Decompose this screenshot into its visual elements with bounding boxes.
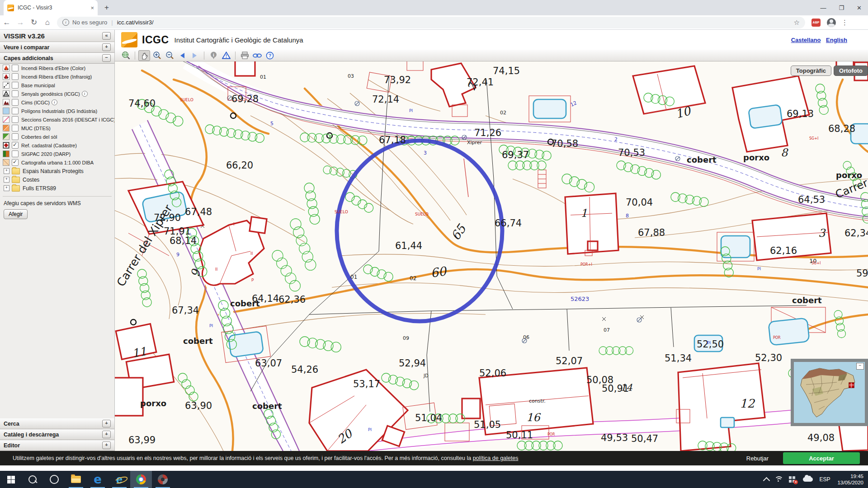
section-toggle-button[interactable]: + (102, 43, 111, 51)
start-button[interactable] (0, 471, 22, 488)
sidebar-section-cat-leg-i-desc-rrega[interactable]: Catàleg i descàrrega+ (0, 429, 114, 440)
language-indicator[interactable]: ESP (819, 476, 830, 483)
map-label: 07 (604, 327, 610, 333)
warning-button[interactable]: ! (220, 50, 232, 61)
taskbar-search-button[interactable] (22, 471, 43, 488)
layer-checkbox[interactable] (12, 150, 19, 157)
cookie-reject-button[interactable]: Rebutjar (744, 455, 771, 462)
profile-avatar[interactable] (827, 18, 836, 27)
cortana-button[interactable] (43, 471, 65, 488)
clock[interactable]: 19:45 13/05/2020 (837, 473, 863, 486)
sigpac-layer-icon (3, 150, 9, 157)
pan-hand-button[interactable] (138, 50, 150, 61)
sidebar-section-capes-addicionals[interactable]: Capes addicionals− (0, 53, 114, 64)
map-label: 63,90 (185, 400, 212, 411)
layer-checkbox[interactable] (12, 99, 19, 106)
internet-explorer-button[interactable]: e (108, 471, 130, 488)
cookie-policy-link[interactable]: política de galetes (473, 455, 519, 461)
pinned-app-button[interactable] (152, 471, 174, 488)
onedrive-icon[interactable] (803, 477, 813, 482)
forward-icon[interactable]: → (14, 18, 27, 27)
file-explorer-button[interactable] (65, 471, 87, 488)
collapse-sidebar-button[interactable]: « (102, 32, 111, 40)
edge-button[interactable]: e (87, 471, 108, 488)
expand-icon[interactable]: + (4, 168, 9, 174)
map-label: 60 (430, 264, 448, 280)
close-tab-icon[interactable]: × (90, 5, 94, 11)
layer-checkbox[interactable] (12, 159, 19, 166)
zoom-world-button[interactable] (120, 50, 132, 61)
cookie-text: Utilitzem galetes per distingir-vos d'al… (13, 455, 518, 461)
browser-tab[interactable]: ICGC - Vissir3 × (4, 0, 98, 15)
sidebar-section-cerca[interactable]: Cerca+ (0, 418, 114, 429)
overview-map[interactable]: − (791, 359, 868, 426)
svg-text:!: ! (225, 54, 226, 59)
section-toggle-button[interactable]: − (102, 54, 111, 62)
layer-checkbox[interactable] (12, 65, 19, 71)
help-button[interactable]: ? (264, 50, 276, 61)
expand-icon[interactable]: + (4, 185, 9, 191)
cookie-accept-button[interactable]: Acceptar (783, 452, 860, 464)
next-view-button[interactable] (189, 50, 201, 61)
bookmark-star-icon[interactable]: ☆ (794, 19, 800, 27)
close-window-button[interactable]: ✕ (857, 5, 862, 11)
zoom-out-button[interactable] (164, 50, 175, 61)
overview-minimize-button[interactable]: − (856, 363, 864, 370)
url-field[interactable]: i No es seguro | icc.cat/vissir3/ ☆ (57, 17, 805, 28)
layer-info-icon[interactable]: i (52, 99, 57, 105)
previous-view-button[interactable] (176, 50, 188, 61)
folder-item-costes[interactable]: +Costes (0, 175, 114, 184)
print-button[interactable] (239, 50, 250, 61)
search-icon (28, 475, 37, 483)
tray-expand-icon[interactable] (763, 477, 770, 484)
map-label: 06 (523, 334, 529, 340)
layer-checkbox[interactable] (12, 116, 19, 123)
map-viewport[interactable]: 74,1573,9272,41272,1474,6069,28SUELO0103… (115, 61, 868, 451)
layer-label: Cartografia urbana 1:1.000 DIBA (21, 160, 94, 165)
zoom-in-button[interactable] (151, 50, 163, 61)
add-wms-button[interactable]: Afegir (4, 209, 28, 219)
layer-info-icon[interactable]: i (82, 91, 88, 97)
folder-icon (12, 168, 20, 174)
section-toggle-button[interactable]: + (102, 431, 111, 438)
layer-checkbox[interactable] (12, 82, 19, 89)
new-tab-button[interactable]: + (101, 4, 112, 13)
section-toggle-button[interactable]: + (102, 420, 111, 427)
feature-info-button[interactable]: i (208, 50, 219, 61)
layer-checkbox[interactable] (12, 73, 19, 80)
sidebar-section-veure-i-comparar[interactable]: Veure i comparar+ (0, 42, 114, 53)
folder-item-espais-naturals-protegits[interactable]: +Espais Naturals Protegits (0, 167, 114, 175)
maximize-button[interactable]: ❐ (839, 5, 844, 11)
layer-checkbox[interactable] (12, 125, 19, 131)
basemap-ortofoto-button[interactable]: Ortofoto (834, 66, 868, 76)
site-info-icon[interactable]: i (62, 19, 69, 26)
layer-checkbox[interactable] (12, 142, 19, 149)
reload-icon[interactable]: ↻ (27, 18, 41, 27)
layer-checkbox[interactable] (12, 90, 19, 97)
chrome-button[interactable] (130, 471, 152, 488)
wifi-icon[interactable] (774, 476, 783, 483)
back-icon[interactable]: ← (0, 18, 14, 27)
layer-checkbox[interactable] (12, 133, 19, 140)
lang-link-english[interactable]: English (826, 37, 847, 43)
map-label: II (215, 267, 217, 272)
home-icon[interactable]: ⌂ (41, 18, 54, 27)
basemap-topografic-button[interactable]: Topogràfic (791, 66, 831, 76)
minimize-button[interactable]: — (820, 5, 826, 11)
map-canvas[interactable]: 74,1573,9272,41272,1474,6069,28SUELO0103… (115, 61, 868, 451)
browser-menu-icon[interactable]: ⋮ (841, 19, 848, 27)
adblock-extension-icon[interactable]: ABP (811, 19, 821, 27)
tab-title: ICGC - Vissir3 (18, 5, 88, 11)
sidebar-section-editor[interactable]: Editor+ (0, 440, 114, 451)
sync-error-icon[interactable]: × (789, 476, 797, 483)
permalink-button[interactable] (251, 50, 263, 61)
map-label: 3 (818, 227, 826, 239)
layer-checkbox[interactable] (12, 108, 19, 114)
landcover-layer-icon (3, 133, 9, 140)
section-toggle-button[interactable]: + (102, 441, 111, 449)
lang-link-castellano[interactable]: Castellano (791, 37, 821, 43)
expand-icon[interactable]: + (4, 177, 9, 183)
map-label: PI (707, 341, 711, 345)
folder-item-fulls-etrs89[interactable]: +Fulls ETRS89 (0, 184, 114, 192)
map-label: 69,37 (502, 150, 529, 160)
